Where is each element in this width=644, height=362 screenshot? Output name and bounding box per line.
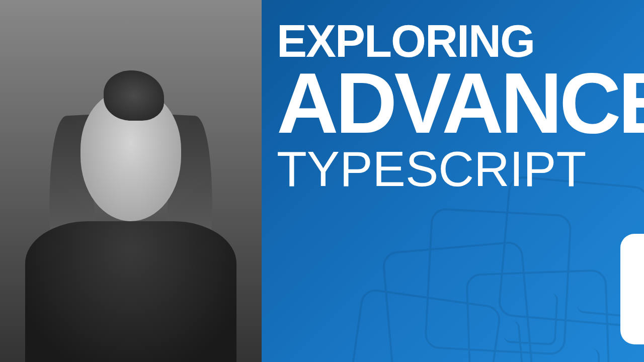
- title-word-2: ADVANCED: [277, 66, 644, 141]
- thumbnail-container: EXPLORING ADVANCED TYPESCRIPT TS: [0, 0, 644, 362]
- title-word-3: TYPESCRIPT: [277, 146, 644, 193]
- title-area: EXPLORING ADVANCED TYPESCRIPT TS: [262, 0, 644, 362]
- typescript-logo: TS: [620, 234, 644, 344]
- presenter-photo: [0, 0, 262, 362]
